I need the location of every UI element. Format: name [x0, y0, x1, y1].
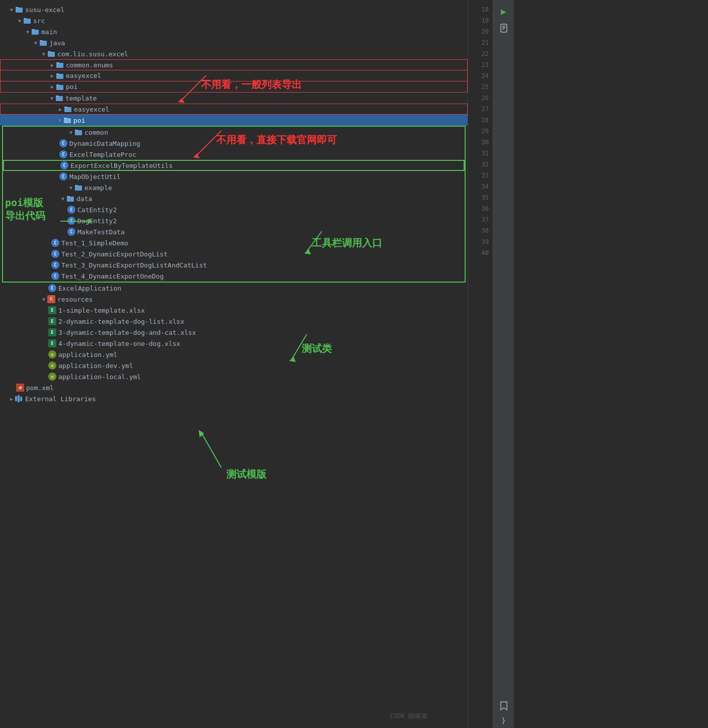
DynamicDataMapping-label: DynamicDataMapping: [69, 140, 140, 147]
maven-icon-pom: m: [16, 384, 24, 392]
tree-item-poi-collapsed[interactable]: ▶ poi: [0, 81, 468, 93]
tree-item-template-easyexcel[interactable]: ▶ easyexcel: [0, 104, 468, 115]
class-icon-Test1: C: [51, 239, 59, 247]
app-dev-yml-label: application-dev.yml: [58, 362, 133, 370]
svg-rect-11: [56, 62, 59, 63]
line-40: 40: [482, 247, 489, 258]
arrow-example: ▼: [67, 184, 74, 191]
folder-icon-poi-collapsed: [56, 83, 64, 91]
class-icon-CatEntity2: C: [67, 206, 75, 214]
tree-item-ExcelTemplateProc[interactable]: C ExcelTemplateProc: [3, 149, 465, 160]
svg-rect-25: [75, 185, 78, 186]
tree-item-MapObjectUtil[interactable]: C MapObjectUtil: [3, 171, 465, 182]
green-arrow-4: [196, 422, 246, 473]
line-25: 25: [482, 81, 489, 93]
tree-item-DynamicDataMapping[interactable]: C DynamicDataMapping: [3, 138, 465, 149]
svg-rect-3: [24, 18, 27, 19]
arrow-poi-collapsed: ▶: [49, 83, 56, 90]
arrow-template: ▼: [48, 95, 55, 102]
tree-item-CatEntity2[interactable]: C CatEntity2: [3, 204, 465, 215]
DogEntity2-label: DogEntity2: [77, 217, 117, 225]
arrow-easyexcel: ▶: [49, 72, 56, 79]
xlsx3-label: 3-dynamic-template-dog-and-cat.xlsx: [58, 329, 196, 336]
tree-item-java[interactable]: ▼ java: [0, 37, 468, 48]
tree-item-template[interactable]: ▼ template: [0, 93, 468, 104]
tree-item-xlsx1[interactable]: E 1-simple-template.xlsx: [0, 305, 468, 316]
tree-item-example[interactable]: ▼ example: [3, 182, 465, 193]
tree-item-Test4[interactable]: C Test_4_DynamicExportOneDog: [3, 270, 465, 282]
xlsx1-label: 1-simple-template.xlsx: [58, 307, 145, 314]
tree-item-common-enums[interactable]: ▶ common.enums: [0, 59, 468, 70]
class-icon-MapObjectUtil: C: [59, 172, 67, 180]
svg-rect-21: [64, 118, 67, 119]
svg-rect-26: [67, 197, 74, 202]
tree-item-main[interactable]: ▼ main: [0, 26, 468, 37]
tree-item-MakeTestData[interactable]: C MakeTestData: [3, 226, 465, 237]
svg-rect-23: [75, 130, 78, 131]
line-37: 37: [482, 214, 489, 225]
line-26: 26: [482, 93, 489, 104]
tree-item-Test2[interactable]: C Test_2_DynamicExportDogList: [3, 248, 465, 259]
arrow-susu-excel: ▼: [8, 6, 15, 13]
svg-rect-8: [48, 52, 55, 57]
tree-item-app-yml[interactable]: ⚙ application.yml: [0, 349, 468, 360]
tree-item-app-local-yml[interactable]: ⚙ application-local.yml: [0, 371, 468, 382]
tree-item-DogEntity2[interactable]: C DogEntity2: [3, 215, 465, 226]
line-35: 35: [482, 192, 489, 203]
template-label: template: [65, 95, 97, 102]
line-23: 23: [482, 59, 489, 70]
excel-icon-1: E: [48, 306, 56, 314]
tree-item-Test1[interactable]: C Test_1_SimpleDemo: [3, 237, 465, 248]
java-label: java: [49, 39, 65, 47]
tree-item-src[interactable]: ▼ src: [0, 15, 468, 26]
tree-item-ExportExcelByTemplateUtils[interactable]: C ExportExcelByTemplateUtils: [3, 160, 465, 171]
tree-item-ExcelApplication[interactable]: C ExcelApplication: [0, 283, 468, 294]
ext-lib-icon: [15, 395, 23, 403]
svg-rect-14: [56, 85, 63, 90]
MakeTestData-label: MakeTestData: [77, 228, 125, 236]
bookmark-button[interactable]: [497, 699, 511, 713]
tree-item-susu-excel[interactable]: ▼ susu-excel: [0, 4, 468, 15]
tree-item-easyexcel[interactable]: ▶ easyexcel: [0, 70, 468, 81]
line-22: 22: [482, 48, 489, 59]
ExportExcelByTemplateUtils-label: ExportExcelByTemplateUtils: [70, 162, 173, 169]
tree-item-data[interactable]: ▼ data: [3, 193, 465, 204]
package-root-label: com.liu.susu.excel: [57, 50, 128, 58]
susu-excel-label: susu-excel: [25, 6, 64, 14]
yaml-icon-local: ⚙: [48, 373, 56, 381]
class-icon-Test4: C: [51, 272, 59, 280]
tree-item-app-dev-yml[interactable]: ⚙ application-dev.yml: [0, 360, 468, 371]
resources-label: resources: [57, 296, 93, 303]
tree-item-common[interactable]: ▼ common: [3, 127, 465, 138]
debug-button[interactable]: [497, 21, 511, 35]
tree-item-pom[interactable]: m pom.xml: [0, 382, 468, 393]
line-18: 18: [482, 4, 489, 15]
tree-item-resources[interactable]: ▼ R resources: [0, 294, 468, 305]
line-30: 30: [482, 137, 489, 148]
folder-icon-common-enums: [56, 61, 64, 69]
tree-item-xlsx2[interactable]: E 2-dynamic-template-dog-list.xlsx: [0, 316, 468, 327]
folder-icon-common: [74, 128, 82, 136]
tree-item-xlsx4[interactable]: E 4-dynamic-template-one-dog.xlsx: [0, 338, 468, 349]
svg-rect-2: [24, 19, 31, 24]
pom-label: pom.xml: [26, 384, 54, 392]
data-label: data: [76, 195, 92, 203]
main-label: main: [41, 28, 57, 36]
run-button[interactable]: ▶: [497, 4, 511, 18]
svg-rect-12: [56, 74, 63, 79]
class-icon-MakeTestData: C: [67, 228, 75, 236]
common-label: common: [84, 129, 108, 136]
tree-item-package-root[interactable]: ▼ com.liu.susu.excel: [0, 48, 468, 59]
tree-item-ext-libraries[interactable]: ▶ External Libraries: [0, 393, 468, 404]
svg-rect-4: [32, 30, 39, 35]
Test3-label: Test_3_DynamicExportDogListAndCatList: [61, 261, 207, 269]
folder-icon-template-poi: [63, 116, 71, 124]
yaml-icon-app: ⚙: [48, 350, 56, 358]
excel-icon-2: E: [48, 317, 56, 325]
template-poi-label: poi: [73, 117, 85, 124]
svg-rect-29: [18, 395, 20, 402]
tree-item-template-poi[interactable]: ▼ poi: [0, 115, 468, 126]
tree-item-Test3[interactable]: C Test_3_DynamicExportDogListAndCatList: [3, 259, 465, 270]
tree-item-xlsx3[interactable]: E 3-dynamic-template-dog-and-cat.xlsx: [0, 327, 468, 338]
easyexcel-label: easyexcel: [66, 72, 101, 79]
